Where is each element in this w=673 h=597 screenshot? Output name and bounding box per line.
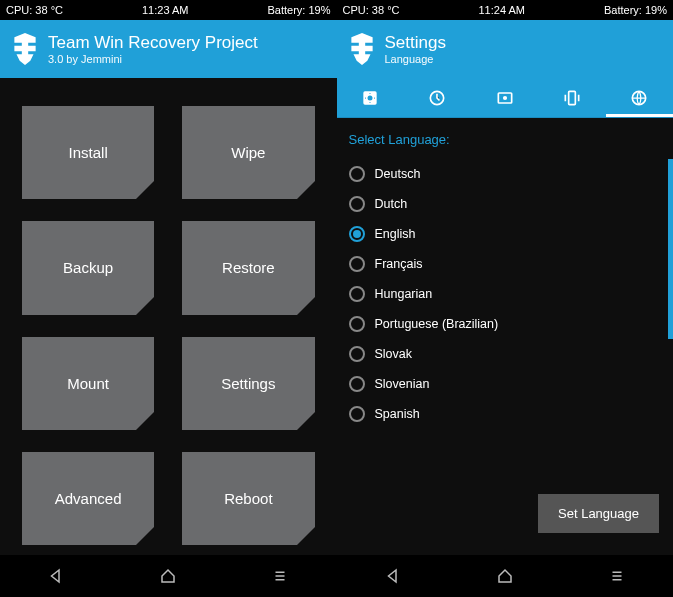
clock: 11:24 AM (479, 4, 525, 16)
radio-icon (349, 166, 365, 182)
back-icon[interactable] (47, 567, 65, 585)
page-subtitle: 3.0 by Jemmini (48, 53, 258, 65)
set-language-button[interactable]: Set Language (538, 494, 659, 533)
twrp-logo-icon (349, 32, 375, 66)
language-label: Dutch (375, 197, 408, 211)
install-button[interactable]: Install (22, 106, 154, 199)
reboot-button[interactable]: Reboot (182, 452, 314, 545)
language-list-overflow[interactable]: SlovakSlovenianSpanish (349, 339, 674, 429)
header: Settings Language (337, 20, 674, 78)
nav-bar (0, 555, 337, 597)
language-option[interactable]: Slovak (349, 339, 674, 369)
language-option[interactable]: Spanish (349, 399, 674, 429)
tab-screen[interactable] (471, 78, 538, 117)
language-label: Slovenian (375, 377, 430, 391)
language-option[interactable]: Hungarian (349, 279, 669, 309)
language-section: Select Language: DeutschDutchEnglishFran… (337, 118, 674, 555)
svg-point-1 (368, 95, 373, 100)
tab-general[interactable] (337, 78, 404, 117)
status-bar: CPU: 38 °C 11:23 AM Battery: 19% (0, 0, 337, 20)
backup-button[interactable]: Backup (22, 221, 154, 314)
mount-button[interactable]: Mount (22, 337, 154, 430)
wipe-button[interactable]: Wipe (182, 106, 314, 199)
tab-vibration[interactable] (538, 78, 605, 117)
radio-icon (349, 376, 365, 392)
settings-tabs (337, 78, 674, 118)
language-option[interactable]: Dutch (349, 189, 669, 219)
language-option[interactable]: Portuguese (Brazilian) (349, 309, 669, 339)
svg-point-4 (503, 95, 507, 99)
status-bar: CPU: 38 °C 11:24 AM Battery: 19% (337, 0, 674, 20)
language-option[interactable]: Slovenian (349, 369, 674, 399)
page-title: Team Win Recovery Project (48, 33, 258, 53)
radio-icon (349, 196, 365, 212)
language-list[interactable]: DeutschDutchEnglishFrançaisHungarianPort… (349, 159, 674, 339)
language-label: English (375, 227, 416, 241)
settings-language-screen: CPU: 38 °C 11:24 AM Battery: 19% Setting… (337, 0, 674, 597)
cpu-temp: CPU: 38 °C (6, 4, 63, 16)
menu-icon[interactable] (608, 567, 626, 585)
language-option[interactable]: Français (349, 249, 669, 279)
cpu-temp: CPU: 38 °C (343, 4, 400, 16)
back-icon[interactable] (384, 567, 402, 585)
settings-button[interactable]: Settings (182, 337, 314, 430)
home-icon[interactable] (159, 567, 177, 585)
main-grid: Install Wipe Backup Restore Mount Settin… (0, 78, 337, 555)
language-label: Deutsch (375, 167, 421, 181)
svg-rect-5 (569, 91, 576, 104)
page-subtitle: Language (385, 53, 446, 65)
language-label: Hungarian (375, 287, 433, 301)
language-label: Portuguese (Brazilian) (375, 317, 499, 331)
radio-icon (349, 286, 365, 302)
nav-bar (337, 555, 674, 597)
page-title: Settings (385, 33, 446, 53)
tab-timezone[interactable] (404, 78, 471, 117)
radio-icon (349, 406, 365, 422)
radio-icon (349, 226, 365, 242)
language-label: Slovak (375, 347, 413, 361)
clock: 11:23 AM (142, 4, 188, 16)
language-option[interactable]: English (349, 219, 669, 249)
radio-icon (349, 346, 365, 362)
battery-level: Battery: 19% (604, 4, 667, 16)
twrp-logo-icon (12, 32, 38, 66)
main-menu-screen: CPU: 38 °C 11:23 AM Battery: 19% Team Wi… (0, 0, 337, 597)
advanced-button[interactable]: Advanced (22, 452, 154, 545)
menu-icon[interactable] (271, 567, 289, 585)
tab-language[interactable] (606, 78, 673, 117)
language-label: Français (375, 257, 423, 271)
home-icon[interactable] (496, 567, 514, 585)
restore-button[interactable]: Restore (182, 221, 314, 314)
radio-icon (349, 256, 365, 272)
battery-level: Battery: 19% (268, 4, 331, 16)
language-option[interactable]: Deutsch (349, 159, 669, 189)
header: Team Win Recovery Project 3.0 by Jemmini (0, 20, 337, 78)
radio-icon (349, 316, 365, 332)
tab-indicator (606, 114, 673, 117)
language-label: Spanish (375, 407, 420, 421)
section-title: Select Language: (349, 132, 674, 147)
